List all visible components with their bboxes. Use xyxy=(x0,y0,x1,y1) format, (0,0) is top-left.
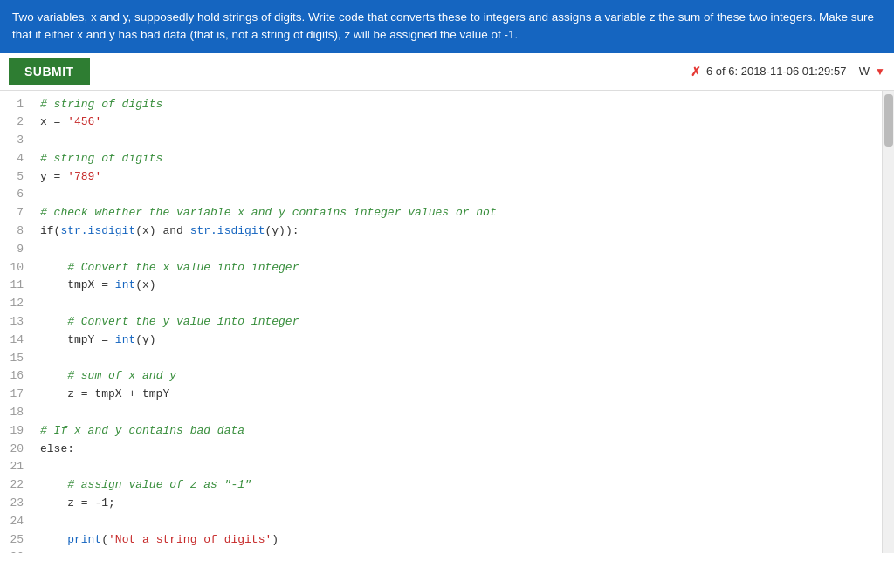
dropdown-arrow-icon[interactable]: ▼ xyxy=(875,65,885,78)
problem-statement: Two variables, x and y, supposedly hold … xyxy=(0,0,894,53)
submission-detail: 6 of 6: 2018-11-06 01:29:57 – W xyxy=(706,65,870,78)
scrollbar[interactable] xyxy=(882,91,894,553)
line-numbers: 12345 678910 1112131415 1617181920 21222… xyxy=(0,91,31,553)
error-icon: ✗ xyxy=(691,65,701,79)
code-content[interactable]: # string of digits x = '456' # string of… xyxy=(31,91,882,553)
scrollbar-thumb[interactable] xyxy=(884,94,893,147)
submission-info: ✗ 6 of 6: 2018-11-06 01:29:57 – W ▼ xyxy=(691,65,885,79)
problem-text: Two variables, x and y, supposedly hold … xyxy=(12,10,874,41)
submit-button[interactable]: SUBMIT xyxy=(9,58,90,85)
toolbar: SUBMIT ✗ 6 of 6: 2018-11-06 01:29:57 – W… xyxy=(0,53,894,91)
code-editor: 12345 678910 1112131415 1617181920 21222… xyxy=(0,91,894,553)
